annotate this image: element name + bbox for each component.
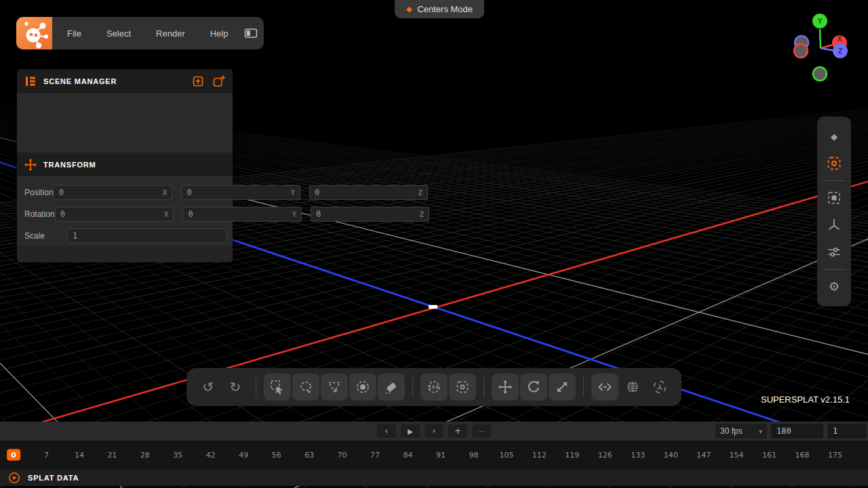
rotation-y-input[interactable] xyxy=(188,209,292,219)
grid-toggle-button[interactable] xyxy=(619,373,646,401)
rotation-row: Rotation X Y Z xyxy=(22,203,227,225)
new-scene-button[interactable] xyxy=(212,75,225,87)
rect-select-icon xyxy=(270,380,285,394)
sphere-select-button[interactable] xyxy=(420,373,448,401)
prev-frame-button[interactable]: ‹ xyxy=(377,424,396,438)
axis-x-label: X xyxy=(163,189,167,197)
ruler-tick: 175 xyxy=(828,451,842,460)
eraser-icon xyxy=(384,380,399,394)
import-file-icon xyxy=(192,75,204,87)
view-options-button[interactable] xyxy=(821,239,848,266)
scale-row: Scale xyxy=(22,225,227,247)
gizmo-neg-x-ball[interactable] xyxy=(794,44,808,58)
ruler-tick: 35 xyxy=(173,451,182,460)
position-z-input[interactable] xyxy=(315,188,418,197)
timeline-ruler[interactable]: 0714212835424956637077849198105112119126… xyxy=(0,441,868,469)
gizmo-neg-y-ball[interactable] xyxy=(813,67,827,81)
total-frames-input[interactable] xyxy=(771,424,823,439)
gizmo-z-ball[interactable]: Z xyxy=(833,43,848,58)
undo-button[interactable]: ↺ xyxy=(195,373,222,401)
redo-button[interactable]: ↻ xyxy=(222,373,249,401)
splat-data-title: SPLAT DATA xyxy=(28,474,79,482)
next-frame-button[interactable]: › xyxy=(425,424,443,438)
gizmo-y-line xyxy=(820,29,821,48)
scale-label: Scale xyxy=(22,231,67,241)
axis-gizmo[interactable]: X Z Y xyxy=(780,3,861,85)
svg-text:Z: Z xyxy=(838,47,843,56)
scene-manager-header[interactable]: SCENE MANAGER xyxy=(17,69,233,93)
remove-key-button[interactable]: − xyxy=(472,424,491,438)
position-z-field[interactable]: Z xyxy=(309,185,428,200)
rotation-z-input[interactable] xyxy=(316,209,420,219)
splat-data-header[interactable]: SPLAT DATA xyxy=(0,469,868,486)
ruler-tick: 98 xyxy=(469,451,478,460)
ruler-tick: 168 xyxy=(795,451,810,460)
splat-mode-button[interactable]: ◆ xyxy=(821,123,848,150)
menu-help[interactable]: Help xyxy=(210,28,229,39)
scale-field[interactable] xyxy=(67,228,227,243)
right-toolbar: ◆ xyxy=(817,117,851,306)
ruler-tick: 119 xyxy=(565,451,579,460)
position-x-input[interactable] xyxy=(59,188,163,197)
show-origin-button[interactable] xyxy=(821,211,848,239)
supersplat-logo[interactable] xyxy=(16,17,52,49)
axis-x-label: X xyxy=(164,211,169,218)
settings-button[interactable]: ⚙ xyxy=(821,273,848,300)
ruler-tick: 63 xyxy=(304,451,314,460)
axis-y-label: Y xyxy=(292,211,296,218)
add-key-button[interactable]: + xyxy=(448,424,467,438)
sphere-select-icon xyxy=(427,380,441,394)
rotation-x-field[interactable]: X xyxy=(55,207,174,222)
lasso-select-button[interactable] xyxy=(292,373,319,401)
local-space-button[interactable] xyxy=(591,373,618,401)
polygon-select-button[interactable] xyxy=(321,373,348,401)
box-select-button[interactable] xyxy=(449,373,476,401)
play-button[interactable]: ▶ xyxy=(401,424,420,438)
brush-select-button[interactable] xyxy=(349,373,376,401)
import-file-button[interactable] xyxy=(192,75,204,87)
svg-text:X: X xyxy=(837,35,842,43)
scale-tool-button[interactable] xyxy=(549,373,576,401)
transform-header[interactable]: TRANSFORM xyxy=(17,152,233,176)
ruler-tick: 112 xyxy=(532,451,547,460)
ruler-tick: 14 xyxy=(75,451,84,460)
axis-z-label: Z xyxy=(420,211,424,218)
fps-select[interactable]: 30 fps ▾ xyxy=(715,424,767,439)
position-y-input[interactable] xyxy=(186,188,290,197)
axis-tripod-icon xyxy=(827,218,842,232)
gear-icon: ⚙ xyxy=(829,281,840,293)
camera-origin-button[interactable] xyxy=(646,373,673,401)
polygon-select-icon xyxy=(327,380,342,394)
scale-input[interactable] xyxy=(73,231,222,241)
rotation-y-field[interactable]: Y xyxy=(182,207,302,222)
ruler-tick: 105 xyxy=(499,451,513,460)
eraser-button[interactable] xyxy=(378,373,405,401)
ruler-tick: 21 xyxy=(107,451,117,460)
ruler-tick: 161 xyxy=(762,451,776,460)
move-tool-button[interactable] xyxy=(492,373,519,401)
menu-select[interactable]: Select xyxy=(106,28,131,39)
ruler-tick: 7 xyxy=(44,451,49,460)
gizmo-y-ball[interactable]: Y xyxy=(812,14,827,28)
position-x-field[interactable]: X xyxy=(54,185,173,200)
scene-list-empty[interactable] xyxy=(17,93,233,152)
supersplat-app: File Select Render Help ◆ Centers Mode X xyxy=(0,0,868,488)
supersplat-logo-icon xyxy=(16,17,52,49)
sidebar-toggle-button[interactable] xyxy=(244,26,258,40)
transform-title: TRANSFORM xyxy=(43,161,225,169)
frame-selection-button[interactable] xyxy=(821,184,848,211)
menu-file[interactable]: File xyxy=(67,28,81,39)
centers-mode-button[interactable] xyxy=(821,150,848,177)
speed-input[interactable] xyxy=(827,424,867,439)
mode-badge: ◆ Centers Mode xyxy=(395,0,484,18)
menu-render[interactable]: Render xyxy=(156,28,185,39)
scene-manager-title: SCENE MANAGER xyxy=(43,77,185,85)
rotate-tool-button[interactable] xyxy=(520,373,547,401)
position-y-field[interactable]: Y xyxy=(181,185,300,200)
move-arrows-icon xyxy=(24,159,37,171)
rotation-x-input[interactable] xyxy=(60,209,164,219)
rotation-z-field[interactable]: Z xyxy=(311,207,429,222)
new-scene-icon xyxy=(212,75,225,87)
camera-origin-icon xyxy=(652,380,667,394)
rect-select-button[interactable] xyxy=(264,373,291,401)
